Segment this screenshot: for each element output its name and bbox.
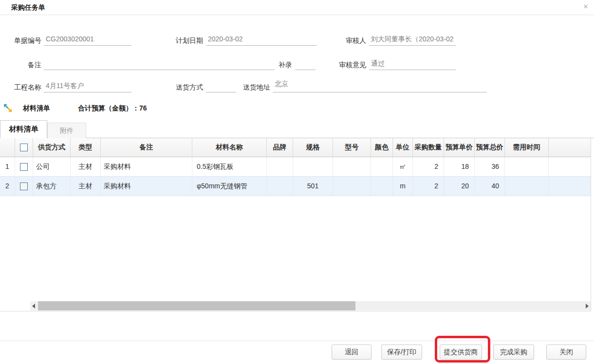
- col-filler: [549, 138, 591, 157]
- cell-total-price: 40: [475, 177, 505, 196]
- cell-unit: ㎡: [393, 157, 413, 176]
- row-checkbox[interactable]: [20, 163, 28, 171]
- col-model: 型号: [333, 138, 371, 157]
- col-unit: 单位: [393, 138, 413, 157]
- cell-type: 主材: [71, 177, 101, 196]
- doc-no-label: 单据编号: [0, 36, 41, 45]
- row-select-cell: [15, 177, 33, 196]
- dialog-title: 采购任务单: [11, 3, 45, 12]
- row-checkbox[interactable]: [20, 182, 28, 190]
- cell-supply: 公司: [33, 157, 71, 176]
- cell-brand: [267, 177, 293, 196]
- audit-opinion-label: 审核意见: [325, 60, 366, 70]
- cell-need-time: [505, 177, 549, 196]
- cell-model: [333, 177, 371, 196]
- auditor-label: 审核人: [325, 36, 366, 45]
- col-select: [15, 138, 33, 157]
- cell-spec: 501: [293, 177, 333, 196]
- tab-bar: 材料清单 附件: [0, 120, 594, 138]
- table-row-1[interactable]: 1 公司 主材 采购材料 0.5彩钢瓦板 ㎡ 2 18 36: [0, 157, 591, 177]
- auditor-field[interactable]: 刘大同董事长（2020-03-02 11:4: [369, 33, 456, 46]
- row-number: 1: [0, 157, 15, 176]
- cell-qty: 2: [413, 157, 444, 176]
- table-header-row: 供货方式 类型 备注 材料名称 品牌 规格 型号 颜色 单位 采购数量 预算单价…: [0, 138, 591, 157]
- col-brand: 品牌: [267, 138, 293, 157]
- cell-filler: [549, 177, 591, 196]
- footer-divider: [0, 341, 594, 341]
- cell-brand: [267, 157, 293, 176]
- cell-color: [371, 157, 393, 176]
- col-unit-price: 预算单价: [444, 138, 475, 157]
- cell-filler: [549, 157, 591, 176]
- purchase-task-dialog: 采购任务单 ✕ 单据编号 CG2003020001 计划日期 2020-03-0…: [0, 0, 594, 364]
- col-total-price: 预算总价: [475, 138, 505, 157]
- dialog-titlebar: 采购任务单 ✕: [0, 0, 594, 15]
- cell-need-time: [505, 157, 549, 176]
- row-select-cell: [15, 157, 33, 176]
- remark-field[interactable]: [44, 57, 275, 70]
- cell-remark: 采购材料: [101, 157, 192, 176]
- material-table: 供货方式 类型 备注 材料名称 品牌 规格 型号 颜色 单位 采购数量 预算单价…: [0, 138, 591, 311]
- col-type: 类型: [71, 138, 101, 157]
- supplement-label: 补录: [251, 60, 292, 70]
- col-material-name: 材料名称: [192, 138, 267, 157]
- close-icon[interactable]: ✕: [581, 2, 590, 11]
- delivery-address-label: 送货地址: [229, 82, 270, 92]
- col-supply-method: 供货方式: [33, 138, 71, 157]
- cell-unit-price: 20: [444, 177, 475, 196]
- cell-type: 主材: [71, 157, 101, 176]
- plan-date-label: 计划日期: [162, 36, 203, 45]
- project-name-label: 工程名称: [0, 82, 41, 92]
- table-row-2[interactable]: 2 承包方 主材 采购材料 φ50mm无缝钢管 501 m 2 20 40: [0, 177, 591, 196]
- scroll-left-icon[interactable]: [32, 304, 35, 309]
- doc-no-field[interactable]: CG2003020001: [44, 33, 131, 46]
- audit-opinion-field[interactable]: 通过: [369, 57, 456, 70]
- plan-date-field[interactable]: 2020-03-02: [206, 33, 317, 46]
- col-remark: 备注: [101, 138, 192, 157]
- cell-supply: 承包方: [33, 177, 71, 196]
- col-spec: 规格: [293, 138, 333, 157]
- delivery-method-label: 送货方式: [162, 82, 203, 92]
- remark-label: 备注: [0, 60, 41, 70]
- cell-model: [333, 157, 371, 176]
- cell-remark: 采购材料: [101, 177, 192, 196]
- col-qty: 采购数量: [413, 138, 444, 157]
- budget-total: 合计预算（金额）：76: [78, 104, 147, 113]
- cell-spec: [293, 157, 333, 176]
- collapse-icon[interactable]: [3, 104, 12, 112]
- submit-supplier-button[interactable]: 提交供货商: [440, 345, 482, 360]
- cell-material: φ50mm无缝钢管: [192, 177, 267, 196]
- scroll-right-icon[interactable]: [586, 304, 589, 309]
- tab-attachments[interactable]: 附件: [47, 123, 86, 138]
- row-number: 2: [0, 177, 15, 196]
- supplement-field[interactable]: [295, 57, 316, 70]
- project-name-field[interactable]: 4月11号客户: [44, 80, 131, 92]
- cell-material: 0.5彩钢瓦板: [192, 157, 267, 176]
- section-title: 材料清单: [23, 104, 50, 113]
- horizontal-scrollbar[interactable]: [30, 301, 591, 310]
- return-button[interactable]: 退回: [332, 345, 371, 360]
- delivery-address-field[interactable]: 北京: [273, 80, 487, 92]
- close-button[interactable]: 关闭: [546, 345, 586, 360]
- cell-qty: 2: [413, 177, 444, 196]
- cell-unit: m: [393, 177, 413, 196]
- col-color: 颜色: [371, 138, 393, 157]
- save-print-button[interactable]: 保存/打印: [381, 345, 422, 360]
- col-row-number: [0, 138, 15, 157]
- cell-total-price: 36: [475, 157, 505, 176]
- finish-purchase-button[interactable]: 完成采购: [493, 345, 534, 360]
- cell-color: [371, 177, 393, 196]
- cell-unit-price: 18: [444, 157, 475, 176]
- scrollbar-thumb[interactable]: [38, 301, 355, 310]
- col-need-time: 需用时间: [505, 138, 549, 157]
- tab-material-list[interactable]: 材料清单: [0, 120, 47, 138]
- select-all-checkbox[interactable]: [20, 144, 28, 151]
